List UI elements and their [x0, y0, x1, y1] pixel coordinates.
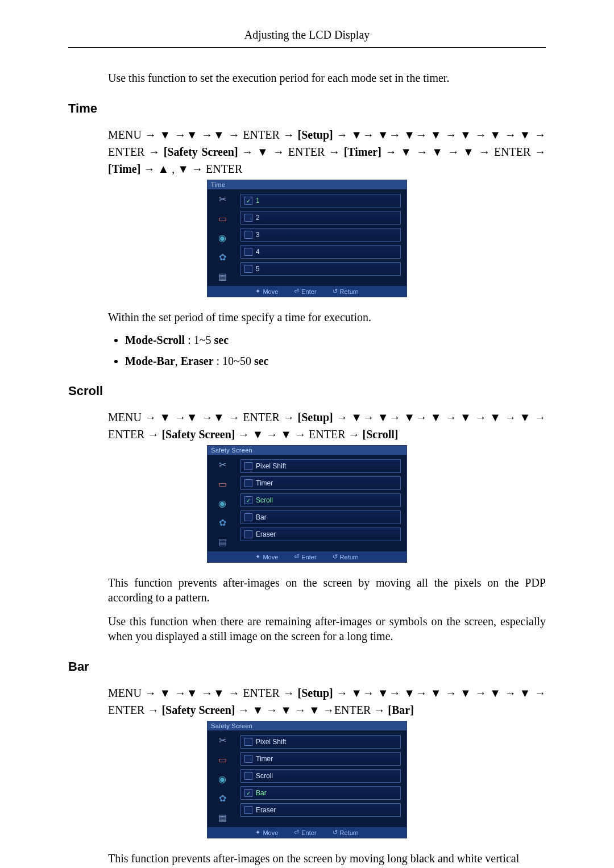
osd-footer-return: ↺Return — [333, 553, 359, 560]
osd-item-label: Pixel Shift — [256, 462, 286, 470]
osd-item-label: 3 — [256, 231, 260, 239]
section-heading-time: Time — [68, 101, 546, 116]
checkbox-icon: ✓ — [244, 772, 252, 780]
osd-footer-label: Move — [263, 554, 278, 560]
osd-item-label: Pixel Shift — [256, 738, 286, 746]
osd-item[interactable]: ✓Timer — [240, 476, 401, 490]
osd-item[interactable]: ✓Pixel Shift — [240, 459, 401, 473]
checkbox-icon: ✓ — [244, 755, 252, 763]
osd-item[interactable]: ✓Bar — [240, 786, 401, 800]
osd-title: Time — [208, 180, 406, 189]
nav-sequence-time: MENU → ▼ →▼ →▼ → ENTER → [Setup] → ▼→ ▼→… — [108, 126, 546, 177]
osd-footer: ✦Move⏎Enter↺Return — [208, 827, 406, 838]
osd-item[interactable]: ✓5 — [240, 262, 401, 276]
time-bullets: Mode-Scroll : 1~5 secMode-Bar, Eraser : … — [108, 334, 546, 368]
time-description: Within the set period of time specify a … — [108, 310, 546, 325]
osd-footer-label: Move — [263, 288, 278, 295]
osd-footer-move: ✦Move — [255, 288, 278, 295]
intro-paragraph: Use this function to set the execution p… — [108, 70, 546, 85]
osd-list: ✓Pixel Shift✓Timer✓Scroll✓Bar✓Eraser — [237, 455, 406, 551]
scroll-description-1: This function prevents after-images on t… — [108, 575, 546, 605]
osd-footer-enter: ⏎Enter — [294, 553, 316, 560]
sound-icon: ◉ — [215, 773, 229, 785]
osd-title: Safety Screen — [208, 721, 406, 730]
move-icon: ✦ — [255, 288, 260, 295]
multi-icon: ▤ — [215, 811, 229, 824]
multi-icon: ▤ — [215, 270, 229, 283]
osd-item-label: Bar — [256, 513, 267, 521]
enter-icon: ⏎ — [294, 553, 299, 560]
checkbox-icon: ✓ — [244, 496, 252, 504]
osd-footer-move: ✦Move — [255, 829, 278, 836]
osd-list: ✓Pixel Shift✓Timer✓Scroll✓Bar✓Eraser — [237, 730, 406, 827]
checkbox-icon: ✓ — [244, 462, 252, 470]
osd-item[interactable]: ✓Scroll — [240, 769, 401, 783]
enter-icon: ⏎ — [294, 288, 299, 295]
tool-icon: ✂ — [215, 193, 229, 205]
osd-item[interactable]: ✓2 — [240, 211, 401, 225]
osd-item[interactable]: ✓Timer — [240, 752, 401, 766]
section-heading-bar: Bar — [68, 659, 546, 674]
osd-footer-label: Enter — [301, 829, 316, 836]
checkbox-icon: ✓ — [244, 231, 252, 239]
osd-footer: ✦Move⏎Enter↺Return — [208, 551, 406, 562]
osd-item-label: Scroll — [256, 496, 273, 504]
checkbox-icon: ✓ — [244, 513, 252, 521]
osd-item[interactable]: ✓Scroll — [240, 493, 401, 507]
osd-item-label: 4 — [256, 248, 260, 256]
osd-item-label: Timer — [256, 755, 273, 763]
move-icon: ✦ — [255, 553, 260, 560]
gear-icon: ✿ — [215, 516, 229, 529]
osd-footer-enter: ⏎Enter — [294, 288, 316, 295]
osd-footer-move: ✦Move — [255, 553, 278, 560]
osd-footer-label: Enter — [301, 554, 316, 560]
osd-item[interactable]: ✓Eraser — [240, 803, 401, 817]
section-heading-scroll: Scroll — [68, 384, 546, 398]
osd-footer: ✦Move⏎Enter↺Return — [208, 286, 406, 297]
osd-item-label: 1 — [256, 197, 260, 205]
checkbox-icon: ✓ — [244, 479, 252, 487]
osd-time: Time✂▭◉✿▤✓1✓2✓3✓4✓5✦Move⏎Enter↺Return — [68, 180, 546, 297]
checkbox-icon: ✓ — [244, 738, 252, 746]
nav-sequence-bar: MENU → ▼ →▼ →▼ → ENTER → [Setup] → ▼→ ▼→… — [108, 684, 546, 719]
pic-icon: ▭ — [215, 212, 229, 225]
osd-footer-label: Return — [340, 829, 359, 836]
page-header: Adjusting the LCD Display — [68, 28, 546, 48]
osd-item[interactable]: ✓4 — [240, 245, 401, 259]
bullet-item: Mode-Scroll : 1~5 sec — [125, 334, 546, 347]
osd-menu: Safety Screen✂▭◉✿▤✓Pixel Shift✓Timer✓Scr… — [207, 721, 407, 838]
checkbox-icon: ✓ — [244, 197, 252, 205]
return-icon: ↺ — [333, 553, 338, 560]
pic-icon: ▭ — [215, 477, 229, 490]
osd-item-label: 5 — [256, 265, 260, 273]
checkbox-icon: ✓ — [244, 530, 252, 538]
osd-item-label: Timer — [256, 479, 273, 487]
sound-icon: ◉ — [215, 231, 229, 244]
osd-footer-return: ↺Return — [333, 829, 359, 836]
bar-description: This function prevents after-images on t… — [108, 851, 546, 868]
bullet-item: Mode-Bar, Eraser : 10~50 sec — [125, 355, 546, 368]
sound-icon: ◉ — [215, 497, 229, 509]
osd-item[interactable]: ✓3 — [240, 228, 401, 242]
move-icon: ✦ — [255, 829, 260, 836]
gear-icon: ✿ — [215, 792, 229, 804]
osd-title: Safety Screen — [208, 446, 406, 455]
checkbox-icon: ✓ — [244, 789, 252, 797]
nav-sequence-scroll: MENU → ▼ →▼ →▼ → ENTER → [Setup] → ▼→ ▼→… — [108, 409, 546, 443]
osd-side-icons: ✂▭◉✿▤ — [208, 455, 237, 551]
checkbox-icon: ✓ — [244, 265, 252, 273]
osd-item[interactable]: ✓1 — [240, 194, 401, 207]
osd-item[interactable]: ✓Pixel Shift — [240, 735, 401, 749]
checkbox-icon: ✓ — [244, 248, 252, 256]
document-page: Adjusting the LCD Display Use this funct… — [0, 0, 614, 868]
osd-item[interactable]: ✓Bar — [240, 510, 401, 524]
osd-footer-return: ↺Return — [333, 288, 359, 295]
osd-item[interactable]: ✓Eraser — [240, 528, 401, 541]
osd-side-icons: ✂▭◉✿▤ — [208, 730, 237, 827]
osd-footer-label: Enter — [301, 288, 316, 295]
osd-footer-label: Move — [263, 829, 278, 836]
pic-icon: ▭ — [215, 753, 229, 766]
osd-item-label: Scroll — [256, 772, 273, 780]
return-icon: ↺ — [333, 829, 338, 836]
checkbox-icon: ✓ — [244, 214, 252, 222]
